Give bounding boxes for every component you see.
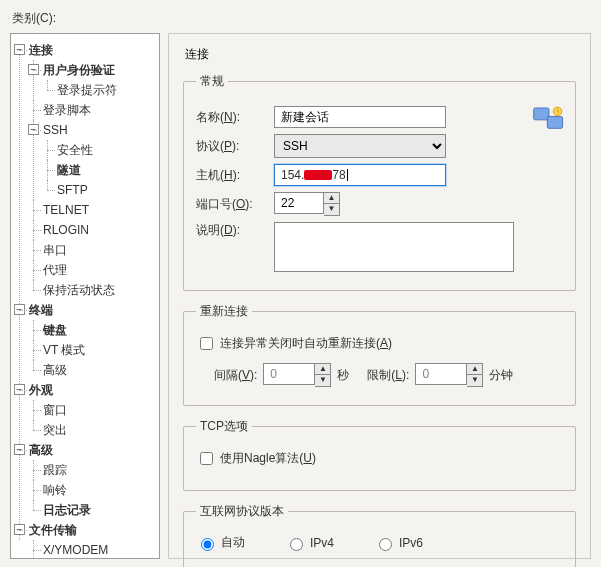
stepper-down-icon[interactable]: ▼ [324,204,339,215]
nagle-label: 使用Nagle算法(U) [220,450,316,467]
ip-auto-radio[interactable] [201,538,214,551]
name-input[interactable] [274,106,446,128]
tree-item-appearance[interactable]: 外观 [29,383,53,397]
tree-item-serial[interactable]: 串口 [43,243,67,257]
ip-v6-label: IPv6 [399,536,423,550]
redacted-text [304,170,332,180]
tree-item-connection[interactable]: 连接 [29,43,53,57]
stepper-up-icon[interactable]: ▲ [324,193,339,204]
nagle-checkbox[interactable] [200,452,213,465]
name-label: 名称(N): [196,109,274,126]
tree-toggle[interactable]: − [14,444,25,455]
tree-item-login-prompt[interactable]: 登录提示符 [57,83,117,97]
svg-rect-0 [534,108,549,120]
tree-toggle[interactable]: − [14,304,25,315]
page-title: 连接 [185,46,576,63]
connection-icon [532,104,566,134]
caret-icon [347,169,348,181]
auto-reconnect-checkbox[interactable] [200,337,213,350]
limit-unit: 分钟 [489,367,513,384]
tree-item-keyboard[interactable]: 键盘 [43,323,67,337]
ip-auto-label: 自动 [221,534,245,551]
tree-toggle[interactable]: − [14,384,25,395]
tree-toggle[interactable]: − [28,124,39,135]
tree-item-logging[interactable]: 日志记录 [43,503,91,517]
port-label: 端口号(O): [196,196,274,213]
tree-item-login-script[interactable]: 登录脚本 [43,103,91,117]
general-legend: 常规 [196,73,228,90]
tree-item-keepalive[interactable]: 保持活动状态 [43,283,115,297]
settings-form: 连接 常规 名称(N): 协议(P): SSH [168,33,591,559]
general-group: 常规 名称(N): 协议(P): SSH 主机(H): 154.78 [183,73,576,291]
tree-item-advanced[interactable]: 高级 [43,363,67,377]
ip-v4-label: IPv4 [310,536,334,550]
tree-item-ssh[interactable]: SSH [43,123,68,137]
tree-item-advanced2[interactable]: 高级 [29,443,53,457]
limit-stepper[interactable]: ▲▼ [467,363,483,387]
host-input[interactable]: 154.78 [274,164,446,186]
tree-item-window[interactable]: 窗口 [43,403,67,417]
description-textarea[interactable] [274,222,514,272]
protocol-label: 协议(P): [196,138,274,155]
category-label: 类别(C): [12,10,591,27]
tree-item-trace[interactable]: 跟踪 [43,463,67,477]
tree-toggle[interactable]: − [14,44,25,55]
tree-item-telnet[interactable]: TELNET [43,203,89,217]
tree-item-xymodem[interactable]: X/YMODEM [43,543,108,557]
interval-label: 间隔(V): [214,367,257,384]
interval-input[interactable] [263,363,315,385]
reconnect-legend: 重新连接 [196,303,252,320]
tree-item-terminal[interactable]: 终端 [29,303,53,317]
reconnect-group: 重新连接 连接异常关闭时自动重新连接(A) 间隔(V): ▲▼ 秒 [183,303,576,406]
port-stepper[interactable]: ▲ ▼ [324,192,340,216]
ip-v4-radio[interactable] [290,538,303,551]
description-label: 说明(D): [196,222,274,239]
tree-item-proxy[interactable]: 代理 [43,263,67,277]
port-input[interactable] [274,192,324,214]
tree-item-highlight[interactable]: 突出 [43,423,67,437]
limit-label: 限制(L): [367,367,409,384]
host-label: 主机(H): [196,167,274,184]
tree-item-filetransfer[interactable]: 文件传输 [29,523,77,537]
svg-rect-1 [547,116,562,128]
ipversion-group: 互联网协议版本 自动 IPv4 IPv6 [183,503,576,567]
tcp-legend: TCP选项 [196,418,252,435]
tree-item-bell[interactable]: 响铃 [43,483,67,497]
tcp-group: TCP选项 使用Nagle算法(U) [183,418,576,491]
tree-item-rlogin[interactable]: RLOGIN [43,223,89,237]
interval-stepper[interactable]: ▲▼ [315,363,331,387]
tree-item-auth[interactable]: 用户身份验证 [43,63,115,77]
protocol-select[interactable]: SSH [274,134,446,158]
limit-input[interactable] [415,363,467,385]
tree-item-vt-mode[interactable]: VT 模式 [43,343,85,357]
ipversion-legend: 互联网协议版本 [196,503,288,520]
tree-item-tunnel[interactable]: 隧道 [57,163,81,177]
tree-item-sftp[interactable]: SFTP [57,183,88,197]
interval-unit: 秒 [337,367,349,384]
ip-v6-radio[interactable] [379,538,392,551]
tree-toggle[interactable]: − [14,524,25,535]
category-tree[interactable]: − 连接 − 用户身份验证 登录提示符 登录脚本 − SSH [10,33,160,559]
auto-reconnect-label: 连接异常关闭时自动重新连接(A) [220,335,392,352]
tree-item-security[interactable]: 安全性 [57,143,93,157]
tree-toggle[interactable]: − [28,64,39,75]
